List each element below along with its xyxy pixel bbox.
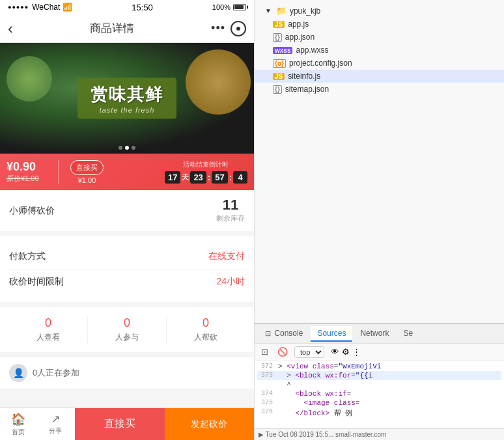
share-label: 分享 bbox=[49, 426, 62, 435]
code-line-374: 374 <block wx:if= bbox=[257, 389, 501, 398]
js-badge: JS bbox=[273, 21, 285, 28]
helpers-label: 人帮砍 bbox=[194, 332, 217, 343]
sep1: : bbox=[208, 172, 210, 182]
stat-participants: 0 人参与 bbox=[88, 316, 167, 343]
target-center bbox=[236, 27, 240, 31]
direct-buy-badge[interactable]: 直接买 bbox=[70, 160, 104, 175]
tree-file-appjs[interactable]: JS app.js bbox=[255, 18, 504, 31]
devtools-bottom: ▶ Tue Oct 08 2019 15:5... small-master.c… bbox=[255, 428, 504, 440]
limit-row: 砍价时间限制 24小时 bbox=[9, 269, 245, 294]
json-badge-sitemap: {} bbox=[273, 85, 282, 94]
line-num-376: 376 bbox=[257, 408, 278, 415]
code-line-373: 373 > <block wx:for="{{i bbox=[257, 371, 501, 380]
status-bar: ●●●●● WeChat 📶 15:50 100% bbox=[0, 0, 254, 14]
json2-badge: {o} bbox=[273, 59, 286, 68]
page-title: 商品详情 bbox=[90, 21, 134, 36]
share-button[interactable]: ↗ 分享 bbox=[36, 413, 75, 435]
json-badge: {} bbox=[273, 33, 282, 42]
product-title: 赏味其鲜 bbox=[91, 83, 163, 106]
hours-box: 23 bbox=[190, 171, 206, 184]
bottom-bar: 🏠 首页 ↗ 分享 直接买 发起砍价 bbox=[0, 407, 254, 440]
tab-console[interactable]: ⊡ Console bbox=[259, 326, 309, 342]
details-section: 付款方式 在线支付 砍价时间限制 24小时 bbox=[0, 236, 254, 302]
code-text-376: </block> 帮 例 bbox=[278, 408, 352, 418]
console-label: Console bbox=[274, 329, 303, 338]
dots-icon[interactable]: ⋮ bbox=[352, 347, 361, 357]
content-area: 小师傅砍价 11 剩余库存 付款方式 在线支付 砍价时间限制 24小时 0 人查… bbox=[0, 190, 254, 407]
battery-percent: 100% bbox=[212, 3, 231, 11]
days-unit: 天 bbox=[182, 172, 189, 182]
home-button[interactable]: 🏠 首页 bbox=[0, 412, 36, 437]
avatar-placeholder: 👤 bbox=[9, 364, 27, 382]
home-icon: 🏠 bbox=[11, 412, 25, 426]
countdown-values: 17 天 23 : 57 : 4 bbox=[165, 171, 247, 184]
tree-file-projectconfig[interactable]: {o} project.config.json bbox=[255, 57, 504, 70]
settings-icon[interactable]: ⚙ bbox=[342, 347, 350, 357]
countdown-label: 活动结束倒计时 bbox=[183, 160, 229, 169]
tree-file-sitemap[interactable]: {} sitemap.json bbox=[255, 83, 504, 96]
food-right-decor bbox=[186, 49, 251, 115]
context-select[interactable]: top bbox=[294, 346, 324, 358]
eye-icon[interactable]: 👁 bbox=[331, 347, 339, 357]
more-options-icon[interactable]: ••• bbox=[211, 21, 225, 35]
devtools-content: 372 > <view class="WxEmojiVi 373 > <bloc… bbox=[255, 361, 504, 428]
master-price-section: 小师傅砍价 11 剩余库存 bbox=[0, 190, 254, 231]
status-bar-right: 100% bbox=[212, 3, 246, 11]
status-bar-left: ●●●●● WeChat 📶 bbox=[8, 3, 72, 12]
stat-views: 0 人查看 bbox=[9, 316, 88, 343]
product-banner: 赏味其鲜 taste the fresh bbox=[77, 78, 176, 119]
current-price: ¥0.90 bbox=[7, 160, 51, 174]
code-text-375: <image class= bbox=[278, 399, 359, 407]
js-badge-siteinfo: JS bbox=[273, 73, 285, 80]
home-label: 首页 bbox=[12, 428, 25, 437]
participants-label: 人参与 bbox=[115, 332, 139, 343]
back-button[interactable]: ‹ bbox=[8, 20, 13, 38]
stat-helpers: 0 人帮砍 bbox=[167, 316, 245, 343]
line-num-373: 373 bbox=[257, 372, 278, 379]
master-price-label: 小师傅砍价 bbox=[9, 205, 55, 217]
code-line-376: 376 </block> 帮 例 bbox=[257, 407, 501, 419]
tab-sources[interactable]: Sources bbox=[311, 326, 352, 342]
original-price-value: ¥1.00 bbox=[21, 174, 39, 182]
tab-se[interactable]: Se bbox=[397, 326, 419, 342]
battery-fill bbox=[234, 5, 244, 9]
seconds-box: 4 bbox=[233, 171, 247, 184]
code-text-caret: ^ bbox=[278, 381, 291, 389]
tree-file-appjson[interactable]: {} app.json bbox=[255, 31, 504, 44]
buy-button[interactable]: 直接买 bbox=[75, 408, 165, 440]
file-appwxss-label: app.wxss bbox=[296, 46, 328, 55]
product-subtitle: taste the fresh bbox=[91, 106, 163, 114]
original-label: 原价 bbox=[7, 174, 21, 182]
devtools-panel: ⊡ Console Sources Network Se ⊡ 🚫 top 👁 ⚙ bbox=[255, 323, 504, 440]
line-num-374: 374 bbox=[257, 390, 278, 397]
tab-network[interactable]: Network bbox=[354, 326, 395, 342]
price-bar: ¥0.90 原价¥1.00 直接买 ¥1.00 活动结束倒计时 17 天 23 … bbox=[0, 154, 254, 190]
dot-3 bbox=[132, 146, 135, 150]
days-box: 17 bbox=[165, 171, 180, 184]
code-text-373: > <block wx:for="{{i bbox=[278, 372, 372, 379]
devtools-bottom-text: ▶ Tue Oct 08 2019 15:5... small-master.c… bbox=[259, 431, 386, 438]
clear-icon[interactable]: 🚫 bbox=[275, 346, 290, 358]
participants-text: 0人正在参加 bbox=[33, 367, 79, 379]
sep2: : bbox=[229, 172, 232, 182]
signal-dots: ●●●●● bbox=[8, 4, 29, 10]
devtools-toolbar: ⊡ 🚫 top 👁 ⚙ ⋮ bbox=[255, 344, 504, 361]
inspect-icon[interactable]: ⊡ bbox=[259, 346, 271, 358]
code-text-374: <block wx:if= bbox=[278, 390, 351, 398]
tree-file-appwxss[interactable]: wxss app.wxss bbox=[255, 44, 504, 57]
target-icon[interactable] bbox=[231, 21, 246, 36]
network-label: Network bbox=[360, 329, 389, 338]
wifi-icon: 📶 bbox=[63, 3, 72, 12]
group-buy-button[interactable]: 发起砍价 bbox=[165, 408, 255, 440]
participants-section: 👤 0人正在参加 bbox=[0, 357, 254, 389]
tree-folder-ypuk[interactable]: ▼ 📁 ypuk_kjb bbox=[255, 4, 504, 18]
file-siteinfo-label: siteinfo.js bbox=[288, 72, 320, 81]
food-left-decor bbox=[7, 56, 52, 102]
countdown-section: 活动结束倒计时 17 天 23 : 57 : 4 bbox=[165, 160, 247, 184]
folder-arrow-icon: ▼ bbox=[265, 7, 272, 14]
tree-file-siteinfo[interactable]: JS siteinfo.js bbox=[255, 70, 504, 83]
payment-value: 在线支付 bbox=[208, 251, 245, 262]
devtools-extra-icons: 👁 ⚙ ⋮ bbox=[331, 347, 361, 357]
limit-label: 砍价时间限制 bbox=[9, 276, 64, 288]
code-line-375: 375 <image class= bbox=[257, 398, 501, 407]
